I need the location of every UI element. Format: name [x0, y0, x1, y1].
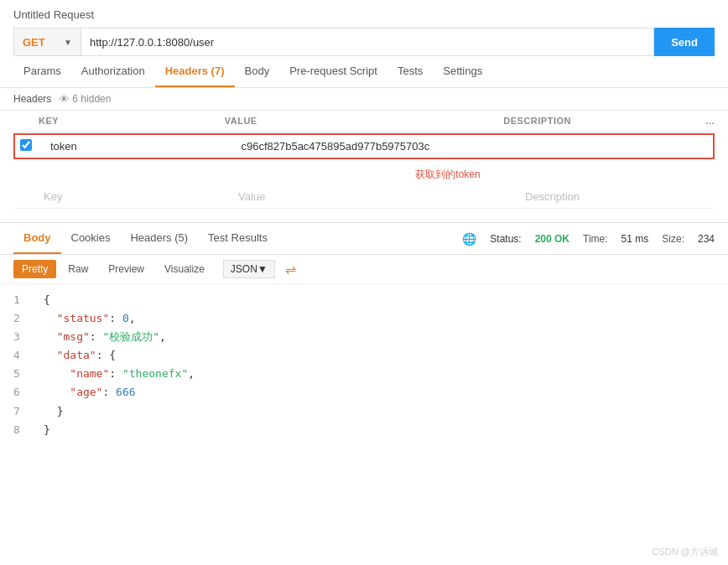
- json-line-3: 3 "msg": "校验成功",: [13, 328, 715, 346]
- status-label: Status:: [490, 233, 521, 245]
- headers-subbar: Headers 👁 6 hidden: [0, 88, 728, 111]
- method-arrow: ▼: [64, 38, 72, 47]
- globe-icon: 🌐: [462, 232, 476, 246]
- actions-col-header: ...: [689, 116, 715, 126]
- format-dropdown[interactable]: JSON ▼: [223, 260, 275, 278]
- new-header-row: Key Value Description: [13, 185, 715, 209]
- json-line-8: 8 }: [13, 421, 715, 439]
- response-tab-cookies[interactable]: Cookies: [61, 223, 121, 254]
- headers-label: Headers: [13, 93, 51, 105]
- status-value: 200 OK: [535, 233, 569, 245]
- json-line-4: 4 "data": {: [13, 346, 715, 365]
- response-section: Body Cookies Headers (5) Test Results 🌐 …: [0, 222, 728, 446]
- json-line-1: 1 {: [13, 291, 715, 309]
- hidden-count: 6 hidden: [72, 93, 111, 105]
- response-tab-body[interactable]: Body: [13, 223, 61, 254]
- json-line-2: 2 "status": 0,: [13, 309, 715, 328]
- hidden-badge: 👁 6 hidden: [60, 93, 111, 105]
- url-bar: GET ▼ Send: [13, 28, 715, 56]
- eye-icon: 👁: [60, 94, 69, 104]
- token-key-cell[interactable]: token: [45, 138, 236, 154]
- tab-tests[interactable]: Tests: [387, 56, 433, 87]
- tab-body[interactable]: Body: [235, 56, 280, 87]
- time-value: 51 ms: [621, 233, 649, 245]
- format-label: JSON: [231, 263, 257, 275]
- tab-params[interactable]: Params: [13, 56, 71, 87]
- json-line-7: 7 }: [13, 402, 715, 421]
- token-checkbox[interactable]: [20, 139, 32, 151]
- token-header-row: token c96cf827b5ac475895ad977b5975703c: [13, 133, 715, 159]
- response-toolbar: Pretty Raw Preview Visualize JSON ▼ ⇌: [0, 255, 728, 284]
- wrap-icon[interactable]: ⇌: [285, 262, 296, 277]
- token-value-cell[interactable]: c96cf827b5ac475895ad977b5975703c: [236, 138, 517, 154]
- response-tab-headers[interactable]: Headers (5): [120, 223, 198, 254]
- token-annotation: 获取到的token: [13, 161, 715, 185]
- url-input[interactable]: [81, 28, 654, 56]
- response-tabs-bar: Body Cookies Headers (5) Test Results 🌐 …: [0, 223, 728, 255]
- new-key-cell[interactable]: Key: [39, 189, 233, 205]
- json-line-5: 5 "name": "theonefx",: [13, 365, 715, 383]
- new-value-cell[interactable]: Value: [233, 189, 520, 205]
- response-status-bar: 🌐 Status: 200 OK Time: 51 ms Size: 234: [462, 225, 715, 252]
- size-value: 234: [698, 233, 715, 245]
- preview-button[interactable]: Preview: [100, 260, 153, 278]
- size-label: Size:: [662, 233, 684, 245]
- format-arrow: ▼: [257, 263, 268, 275]
- token-desc-cell[interactable]: [517, 145, 708, 148]
- response-tab-test-results[interactable]: Test Results: [198, 223, 278, 254]
- headers-table: KEY VALUE DESCRIPTION ... token c96cf827…: [0, 111, 728, 209]
- tab-settings[interactable]: Settings: [433, 56, 492, 87]
- key-col-header: KEY: [39, 116, 225, 126]
- tab-prerequest[interactable]: Pre-request Script: [279, 56, 387, 87]
- send-button[interactable]: Send: [654, 28, 715, 56]
- json-viewer: 1 { 2 "status": 0, 3 "msg": "校验成功", 4 "d…: [0, 284, 728, 446]
- pretty-button[interactable]: Pretty: [13, 260, 56, 278]
- value-col-header: VALUE: [225, 116, 504, 126]
- method-label: GET: [23, 36, 45, 49]
- token-checkbox-cell: [20, 139, 45, 153]
- check-col-header: [13, 116, 39, 126]
- new-desc-cell[interactable]: Description: [520, 189, 715, 205]
- raw-button[interactable]: Raw: [60, 260, 96, 278]
- request-tabs: Params Authorization Headers (7) Body Pr…: [0, 56, 728, 88]
- tab-headers[interactable]: Headers (7): [155, 56, 235, 87]
- json-line-6: 6 "age": 666: [13, 383, 715, 402]
- tab-authorization[interactable]: Authorization: [71, 56, 155, 87]
- desc-col-header: DESCRIPTION: [503, 116, 689, 126]
- visualize-button[interactable]: Visualize: [156, 260, 213, 278]
- time-label: Time:: [583, 233, 608, 245]
- request-title: Untitled Request: [13, 8, 715, 21]
- table-header: KEY VALUE DESCRIPTION ...: [13, 111, 715, 132]
- method-dropdown[interactable]: GET ▼: [13, 28, 81, 56]
